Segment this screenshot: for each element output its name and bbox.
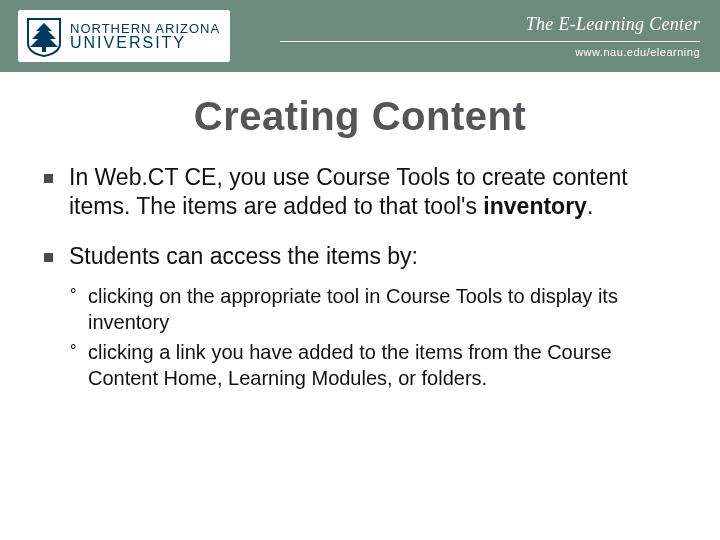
bullet-list: In Web.CT CE, you use Course Tools to cr…	[44, 163, 676, 271]
sub-bullet-item: ° clicking a link you have added to the …	[70, 339, 676, 391]
sub-bullet-list: ° clicking on the appropriate tool in Co…	[70, 283, 676, 391]
header-bar: NORTHERN ARIZONA UNIVERSITY The E-Learni…	[0, 0, 720, 72]
header-divider	[280, 41, 700, 42]
bullet-prefix: Students can access the items by:	[69, 243, 418, 269]
svg-rect-0	[42, 47, 46, 52]
bullet-text: Students can access the items by:	[69, 242, 676, 271]
slide-title: Creating Content	[44, 94, 676, 139]
sub-bullet-text: clicking a link you have added to the it…	[88, 339, 676, 391]
square-bullet-icon	[44, 174, 53, 183]
sub-bullet-item: ° clicking on the appropriate tool in Co…	[70, 283, 676, 335]
center-name: The E-Learning Center	[526, 14, 700, 35]
degree-bullet-icon: °	[70, 341, 88, 391]
degree-bullet-icon: °	[70, 285, 88, 335]
bullet-bold: inventory	[483, 193, 587, 219]
nau-shield-icon	[26, 17, 62, 57]
header-right: The E-Learning Center www.nau.edu/elearn…	[280, 14, 700, 58]
sub-bullet-text: clicking on the appropriate tool in Cour…	[88, 283, 676, 335]
bullet-item: Students can access the items by:	[44, 242, 676, 271]
square-bullet-icon	[44, 253, 53, 262]
header-url: www.nau.edu/elearning	[575, 46, 700, 58]
bullet-item: In Web.CT CE, you use Course Tools to cr…	[44, 163, 676, 222]
nau-logo-block: NORTHERN ARIZONA UNIVERSITY	[18, 10, 230, 62]
bullet-text: In Web.CT CE, you use Course Tools to cr…	[69, 163, 676, 222]
logo-line-1: NORTHERN ARIZONA	[70, 22, 220, 36]
nau-logo-text: NORTHERN ARIZONA UNIVERSITY	[70, 22, 220, 52]
bullet-suffix: .	[587, 193, 593, 219]
logo-line-2: UNIVERSITY	[70, 35, 220, 52]
slide-content: Creating Content In Web.CT CE, you use C…	[0, 72, 720, 391]
